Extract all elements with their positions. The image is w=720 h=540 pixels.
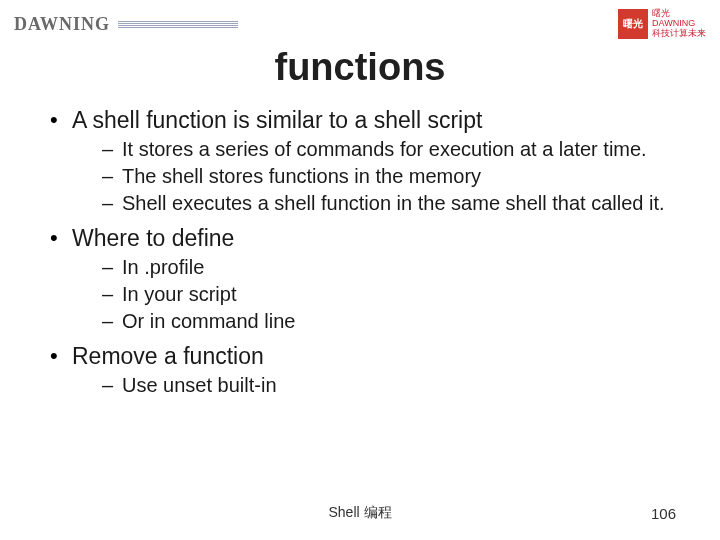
dawning-wordmark: DAWNING <box>14 14 110 35</box>
bullet-item: Remove a function Use unset built-in <box>44 343 676 399</box>
slide-header: DAWNING 曙光 曙光 DAWNING 科技计算未来 <box>0 0 720 40</box>
slide-title: functions <box>0 46 720 89</box>
slide-body: A shell function is similar to a shell s… <box>0 107 720 399</box>
bullet-text: Remove a function <box>72 343 264 369</box>
sub-bullet-item: Use unset built-in <box>102 372 676 399</box>
dawning-logo-text: 曙光 DAWNING 科技计算未来 <box>652 9 706 39</box>
bullet-item: Where to define In .profile In your scri… <box>44 225 676 335</box>
sub-bullet-item: In your script <box>102 281 676 308</box>
footer-text: Shell 编程 <box>0 504 720 522</box>
sub-bullet-item: Or in command line <box>102 308 676 335</box>
bullet-text: A shell function is similar to a shell s… <box>72 107 482 133</box>
bullet-text: Where to define <box>72 225 234 251</box>
sub-bullet-item: The shell stores functions in the memory <box>102 163 676 190</box>
dawning-logo-mark-icon: 曙光 <box>618 9 648 39</box>
dawning-logo-tagline: 科技计算未来 <box>652 29 706 39</box>
page-number: 106 <box>651 505 676 522</box>
sub-bullet-item: Shell executes a shell function in the s… <box>102 190 676 217</box>
dawning-logo-mark-text: 曙光 <box>623 17 643 31</box>
bullet-item: A shell function is similar to a shell s… <box>44 107 676 217</box>
sub-bullet-item: It stores a series of commands for execu… <box>102 136 676 163</box>
dawning-logo: 曙光 曙光 DAWNING 科技计算未来 <box>618 9 706 39</box>
header-rule-icon <box>118 20 238 28</box>
sub-bullet-item: In .profile <box>102 254 676 281</box>
